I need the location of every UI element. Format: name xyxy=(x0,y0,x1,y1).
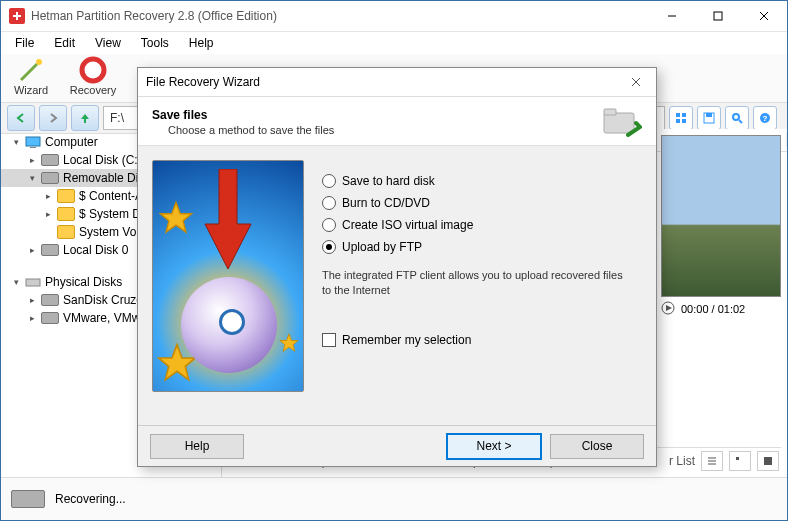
folder-icon xyxy=(602,105,642,139)
status-text: Recovering... xyxy=(55,492,126,506)
help-button[interactable]: ? xyxy=(753,106,777,130)
play-icon[interactable] xyxy=(661,301,675,317)
svg-line-15 xyxy=(739,120,742,123)
option-upload-ftp[interactable]: Upload by FTP xyxy=(322,240,642,254)
option-create-iso[interactable]: Create ISO virtual image xyxy=(322,218,642,232)
svg-rect-13 xyxy=(706,113,712,117)
wizard-button[interactable]: Wizard xyxy=(5,56,57,96)
app-icon xyxy=(9,8,25,24)
minimize-button[interactable] xyxy=(649,1,695,31)
svg-rect-2 xyxy=(714,12,722,20)
svg-rect-26 xyxy=(764,457,772,465)
wizard-image xyxy=(152,160,304,392)
close-button[interactable] xyxy=(741,1,787,31)
menu-edit[interactable]: Edit xyxy=(46,34,83,52)
recovery-button[interactable]: Recovery xyxy=(67,56,119,96)
svg-rect-10 xyxy=(676,119,680,123)
preview-time: 00:00 / 01:02 xyxy=(681,303,745,315)
save-options: Save to hard disk Burn to CD/DVD Create … xyxy=(322,160,642,392)
svg-point-7 xyxy=(88,65,98,75)
zoom-out-button[interactable] xyxy=(729,451,751,471)
svg-rect-20 xyxy=(26,279,40,286)
app-window: Hetman Partition Recovery 2.8 (Office Ed… xyxy=(0,0,788,521)
preview-pane: 00:00 / 01:02 xyxy=(661,135,779,317)
titlebar: Hetman Partition Recovery 2.8 (Office Ed… xyxy=(1,1,787,32)
maximize-button[interactable] xyxy=(695,1,741,31)
svg-point-5 xyxy=(36,59,42,65)
option-burn-cd[interactable]: Burn to CD/DVD xyxy=(322,196,642,210)
svg-text:?: ? xyxy=(763,114,768,123)
svg-rect-11 xyxy=(682,119,686,123)
window-title: Hetman Partition Recovery 2.8 (Office Ed… xyxy=(31,9,649,23)
wizard-close-footer-button[interactable]: Close xyxy=(550,434,644,459)
file-recovery-wizard: File Recovery Wizard Save files Choose a… xyxy=(137,67,657,467)
svg-rect-8 xyxy=(676,113,680,117)
wizard-title: File Recovery Wizard xyxy=(146,75,624,89)
option-hard-disk[interactable]: Save to hard disk xyxy=(322,174,642,188)
wand-icon xyxy=(17,56,45,84)
preview-image xyxy=(661,135,781,297)
svg-rect-29 xyxy=(604,113,634,133)
wizard-subheading: Choose a method to save the files xyxy=(168,124,602,136)
search-button[interactable] xyxy=(725,106,749,130)
wizard-close-button[interactable] xyxy=(624,72,648,92)
wizard-next-button[interactable]: Next > xyxy=(446,433,542,460)
disk-icon xyxy=(11,490,45,508)
lifebuoy-icon xyxy=(79,56,107,84)
svg-rect-9 xyxy=(682,113,686,117)
svg-rect-18 xyxy=(26,137,40,146)
zoom-in-button[interactable] xyxy=(757,451,779,471)
nav-up-button[interactable] xyxy=(71,105,99,131)
wizard-heading: Save files xyxy=(152,108,602,122)
svg-rect-19 xyxy=(30,147,36,148)
menu-file[interactable]: File xyxy=(7,34,42,52)
menu-tools[interactable]: Tools xyxy=(133,34,177,52)
nav-back-button[interactable] xyxy=(7,105,35,131)
nav-forward-button[interactable] xyxy=(39,105,67,131)
save-view-button[interactable] xyxy=(697,106,721,130)
menu-view[interactable]: View xyxy=(87,34,129,52)
view-tiles-button[interactable] xyxy=(669,106,693,130)
svg-rect-25 xyxy=(736,457,739,460)
svg-point-14 xyxy=(733,114,739,120)
svg-rect-30 xyxy=(604,109,616,115)
menu-help[interactable]: Help xyxy=(181,34,222,52)
wizard-help-button[interactable]: Help xyxy=(150,434,244,459)
menubar: File Edit View Tools Help xyxy=(1,32,787,54)
statusbar: Recovering... xyxy=(1,477,787,520)
remember-selection[interactable]: Remember my selection xyxy=(322,333,642,347)
view-controls: r List xyxy=(663,448,779,474)
option-description: The integrated FTP client allows you to … xyxy=(322,268,642,299)
view-list-button[interactable] xyxy=(701,451,723,471)
